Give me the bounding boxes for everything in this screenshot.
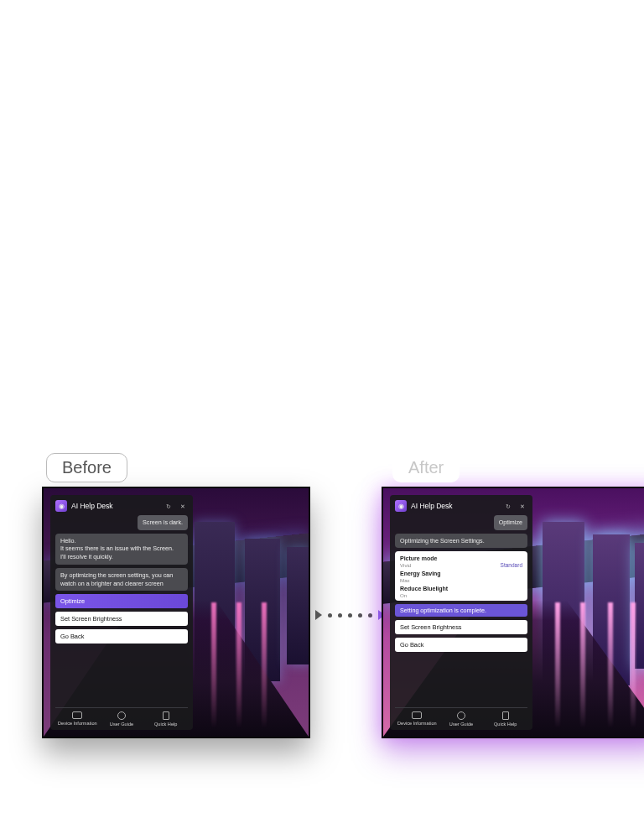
device-info-icon xyxy=(72,711,82,719)
ai-app-icon: ◉ xyxy=(55,500,67,512)
status-optimizing: Optimizing the Screen Settings. xyxy=(395,534,527,549)
refresh-icon[interactable]: ↻ xyxy=(164,501,174,511)
chat-area: Screen is dark. Hello. It seems there is… xyxy=(55,515,188,704)
close-icon[interactable]: ✕ xyxy=(178,501,188,511)
close-icon[interactable]: ✕ xyxy=(517,501,527,511)
triangle-left-icon xyxy=(315,610,322,620)
bot-message-1: Hello. It seems there is an issue with t… xyxy=(55,534,188,565)
user-guide-button[interactable]: User Guide xyxy=(100,711,144,727)
panel-header: ◉ AI Help Desk ↻ ✕ xyxy=(55,500,188,512)
quick-help-button[interactable]: Quick Help xyxy=(143,711,188,727)
panel-bottom-bar: Device Information User Guide Quick Help xyxy=(395,707,527,727)
panel-title: AI Help Desk xyxy=(71,502,159,510)
setting-row-energy-saving: Energy Saving Max xyxy=(400,571,522,583)
refresh-icon[interactable]: ↻ xyxy=(503,501,513,511)
panel-bottom-bar: Device Information User Guide Quick Help xyxy=(55,707,188,727)
chat-area: Optimize Optimizing the Screen Settings.… xyxy=(395,515,527,704)
panel-title: AI Help Desk xyxy=(411,502,499,510)
device-information-button[interactable]: Device Information xyxy=(395,711,439,727)
device-information-button[interactable]: Device Information xyxy=(55,711,100,727)
transition-arrow xyxy=(315,610,385,620)
optimization-card: Picture mode Vivid Standard Energy Savin… xyxy=(395,551,527,601)
after-label: After xyxy=(392,453,460,482)
go-back-button[interactable]: Go Back xyxy=(55,629,188,644)
set-brightness-button[interactable]: Set Screen Brightness xyxy=(395,620,527,634)
setting-row-picture-mode: Picture mode Vivid Standard xyxy=(400,555,522,568)
question-icon xyxy=(117,711,126,720)
bot-message-2: By optimizing the screen settings, you c… xyxy=(55,568,188,591)
ai-app-icon: ◉ xyxy=(395,500,407,512)
go-back-button[interactable]: Go Back xyxy=(395,638,527,652)
ai-help-desk-panel: ◉ AI Help Desk ↻ ✕ Screen is dark. Hello… xyxy=(50,495,193,730)
page-icon xyxy=(502,711,509,720)
user-message: Screen is dark. xyxy=(138,515,188,530)
comparison-stage: Before After ◉ AI Help Desk ↻ ✕ Screen i… xyxy=(0,0,644,839)
page-icon xyxy=(163,711,169,720)
status-complete: Setting optimization is complete. xyxy=(395,604,527,617)
setting-row-reduce-bluelight: Reduce Bluelight On xyxy=(400,586,522,598)
before-label: Before xyxy=(46,453,127,482)
tv-after: ◉ AI Help Desk ↻ ✕ Optimize Optimizing t… xyxy=(382,487,644,738)
quick-help-button[interactable]: Quick Help xyxy=(483,711,527,727)
tv-stand xyxy=(240,737,290,738)
optimize-button[interactable]: Optimize xyxy=(55,594,188,608)
user-guide-button[interactable]: User Guide xyxy=(439,711,484,727)
question-icon xyxy=(457,711,465,720)
set-brightness-button[interactable]: Set Screen Brightness xyxy=(55,612,188,626)
tv-before: ◉ AI Help Desk ↻ ✕ Screen is dark. Hello… xyxy=(42,487,310,738)
device-info-icon xyxy=(412,711,422,719)
user-tag: Optimize xyxy=(494,515,527,530)
panel-header: ◉ AI Help Desk ↻ ✕ xyxy=(395,500,527,512)
ai-help-desk-panel: ◉ AI Help Desk ↻ ✕ Optimize Optimizing t… xyxy=(390,495,532,730)
